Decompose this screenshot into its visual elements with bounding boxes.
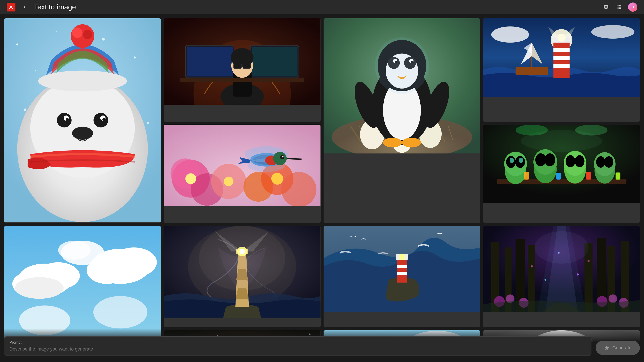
svg-point-193 bbox=[588, 260, 590, 262]
header-right: U bbox=[602, 2, 637, 12]
svg-point-15 bbox=[94, 113, 108, 127]
svg-point-191 bbox=[531, 265, 533, 267]
gallery-item-lighthouse-waves[interactable] bbox=[324, 226, 480, 327]
svg-point-195 bbox=[576, 273, 579, 276]
gallery-item-hummingbird[interactable] bbox=[164, 125, 320, 223]
main-content bbox=[0, 14, 644, 362]
svg-point-67 bbox=[491, 26, 529, 43]
svg-point-93 bbox=[273, 152, 287, 165]
svg-point-123 bbox=[521, 130, 602, 152]
svg-rect-75 bbox=[516, 67, 548, 75]
app-header: Text to image U bbox=[0, 0, 644, 14]
svg-point-6 bbox=[24, 108, 26, 111]
svg-point-20 bbox=[72, 127, 93, 140]
svg-point-169 bbox=[240, 249, 245, 254]
chat-button[interactable] bbox=[602, 2, 610, 12]
svg-point-63 bbox=[402, 138, 421, 148]
svg-point-24 bbox=[83, 30, 92, 39]
svg-rect-74 bbox=[554, 64, 570, 68]
gallery-item-aliens[interactable] bbox=[483, 125, 640, 223]
svg-rect-72 bbox=[554, 48, 570, 52]
prompt-container: Prompt bbox=[4, 336, 592, 356]
gallery-grid bbox=[4, 18, 640, 362]
svg-rect-122 bbox=[616, 173, 620, 180]
gallery-item-polar-bear[interactable] bbox=[4, 18, 161, 223]
apps-grid-button[interactable] bbox=[615, 2, 624, 12]
svg-rect-31 bbox=[187, 47, 232, 76]
svg-point-84 bbox=[282, 172, 316, 206]
svg-point-64 bbox=[375, 37, 429, 94]
svg-rect-120 bbox=[556, 173, 561, 180]
svg-point-113 bbox=[566, 155, 575, 167]
svg-point-194 bbox=[544, 279, 546, 281]
svg-point-114 bbox=[575, 155, 584, 167]
svg-rect-73 bbox=[554, 56, 570, 60]
svg-point-5 bbox=[35, 70, 36, 71]
svg-point-110 bbox=[544, 153, 555, 166]
svg-point-18 bbox=[66, 118, 69, 121]
gallery-item-lighthouse-storm[interactable] bbox=[164, 226, 320, 327]
generate-icon bbox=[604, 345, 610, 351]
avatar[interactable]: U bbox=[628, 2, 637, 12]
svg-point-128 bbox=[15, 277, 64, 299]
svg-point-86 bbox=[224, 177, 234, 186]
svg-marker-0 bbox=[9, 5, 13, 9]
svg-point-118 bbox=[604, 156, 613, 168]
svg-point-105 bbox=[510, 158, 514, 163]
svg-point-175 bbox=[399, 254, 405, 260]
svg-point-133 bbox=[58, 241, 90, 260]
svg-point-4 bbox=[16, 43, 18, 45]
svg-point-85 bbox=[186, 173, 196, 184]
svg-text:U: U bbox=[632, 5, 634, 9]
svg-rect-38 bbox=[242, 64, 251, 69]
svg-point-9 bbox=[147, 122, 149, 124]
svg-rect-40 bbox=[180, 78, 304, 82]
gallery-item-penguin[interactable] bbox=[324, 18, 480, 223]
svg-rect-172 bbox=[397, 265, 407, 268]
back-button[interactable] bbox=[20, 3, 29, 11]
svg-point-106 bbox=[519, 158, 523, 163]
gallery-item-mystical-forest[interactable] bbox=[483, 226, 640, 327]
svg-point-19 bbox=[102, 118, 106, 121]
generate-button[interactable]: Generate bbox=[596, 341, 640, 355]
svg-point-109 bbox=[535, 153, 546, 166]
svg-point-117 bbox=[596, 156, 605, 168]
svg-point-68 bbox=[591, 25, 634, 38]
svg-rect-37 bbox=[234, 64, 242, 69]
svg-point-14 bbox=[57, 113, 72, 127]
svg-point-11 bbox=[102, 38, 105, 41]
gallery-item-lighthouse-sail[interactable] bbox=[483, 18, 640, 122]
svg-point-23 bbox=[72, 27, 82, 38]
svg-point-10 bbox=[56, 31, 57, 32]
svg-rect-171 bbox=[397, 258, 407, 283]
svg-point-96 bbox=[282, 156, 284, 157]
svg-point-135 bbox=[93, 296, 147, 328]
prompt-label: Prompt bbox=[10, 340, 586, 345]
gallery-item-anime-boy[interactable] bbox=[164, 18, 320, 122]
svg-point-87 bbox=[272, 173, 283, 185]
svg-rect-121 bbox=[586, 172, 591, 180]
svg-point-189 bbox=[608, 295, 617, 303]
svg-line-94 bbox=[287, 158, 302, 159]
prompt-input[interactable] bbox=[10, 346, 586, 352]
svg-rect-173 bbox=[397, 272, 407, 275]
svg-point-7 bbox=[134, 56, 136, 59]
svg-point-62 bbox=[383, 138, 402, 148]
page-title: Text to image bbox=[34, 3, 76, 11]
svg-point-196 bbox=[534, 231, 588, 264]
svg-rect-119 bbox=[524, 172, 529, 180]
adobe-logo[interactable] bbox=[7, 3, 16, 11]
header-left: Text to image bbox=[7, 3, 76, 11]
prompt-bar: Prompt Generate bbox=[0, 329, 644, 362]
svg-rect-32 bbox=[252, 47, 298, 76]
